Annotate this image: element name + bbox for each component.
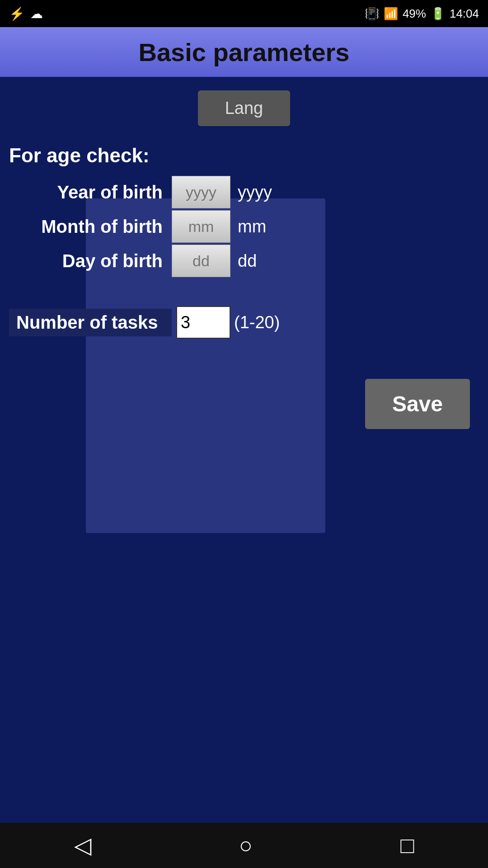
day-of-birth-row: Day of birth dd (9, 245, 479, 277)
cloud-icon: ☁ (30, 6, 43, 21)
age-check-section-label: For age check: (9, 144, 479, 167)
tasks-range-hint: (1-20) (234, 313, 280, 332)
lang-btn-container: Lang (9, 90, 479, 126)
battery-icon: 🔋 (431, 7, 445, 21)
page-title: Basic parameters (139, 38, 350, 67)
lang-button[interactable]: Lang (198, 90, 291, 126)
clock: 14:04 (450, 7, 479, 21)
vibrate-icon: 📳 (365, 7, 379, 21)
content-wrapper: Year of birth yyyy Month of birth mm Day… (9, 176, 479, 339)
usb-icon: ⚡ (9, 6, 25, 21)
month-of-birth-label: Month of birth (9, 217, 172, 237)
nav-bar: ◁ ○ □ (0, 823, 488, 868)
main-content: Lang For age check: Year of birth yyyy M… (0, 77, 488, 443)
back-button[interactable]: ◁ (74, 832, 91, 859)
number-of-tasks-input[interactable] (176, 306, 230, 339)
number-of-tasks-row: Number of tasks (1-20) (9, 306, 479, 339)
day-of-birth-input[interactable] (172, 245, 230, 277)
recent-apps-button[interactable]: □ (400, 832, 414, 859)
year-of-birth-input[interactable] (172, 176, 230, 208)
year-of-birth-label: Year of birth (9, 182, 172, 203)
status-bar: ⚡ ☁ 📳 📶 49% 🔋 14:04 (0, 0, 488, 27)
month-of-birth-row: Month of birth mm (9, 210, 479, 243)
day-hint: dd (238, 251, 257, 271)
day-of-birth-label: Day of birth (9, 251, 172, 271)
year-of-birth-row: Year of birth yyyy (9, 176, 479, 208)
save-button[interactable]: Save (365, 379, 470, 429)
app-header: Basic parameters (0, 27, 488, 77)
status-left-icons: ⚡ ☁ (9, 6, 43, 21)
status-right-info: 📳 📶 49% 🔋 14:04 (365, 7, 479, 21)
signal-icon: 📶 (384, 7, 398, 21)
month-hint: mm (238, 217, 266, 236)
month-of-birth-input[interactable] (172, 210, 230, 243)
home-button[interactable]: ○ (239, 832, 253, 859)
year-hint: yyyy (238, 183, 272, 202)
number-of-tasks-label: Number of tasks (9, 309, 172, 336)
battery-percent: 49% (403, 7, 426, 21)
